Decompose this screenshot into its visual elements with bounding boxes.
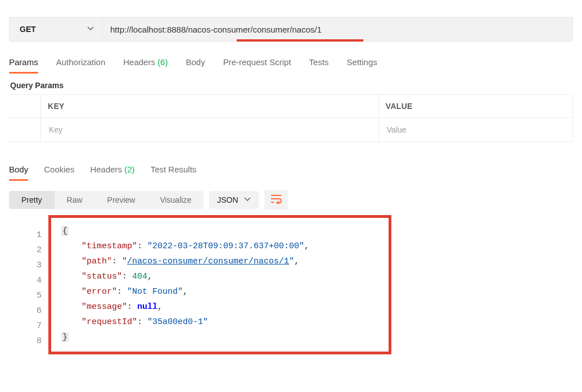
response-json[interactable]: { "timestamp": "2022-03-28T09:09:37.637+… [51,224,380,345]
view-mode-segment: Pretty Raw Preview Visualize [9,191,204,209]
svg-marker-2 [276,201,279,204]
resp-tab-body[interactable]: Body [9,163,28,180]
path-link[interactable]: /nacos-consumer/consumer/nacos/1 [127,257,289,266]
tab-tests[interactable]: Tests [309,56,329,72]
format-select[interactable]: JSON [209,191,258,209]
view-visualize[interactable]: Visualize [147,191,204,209]
query-params-title: Query Params [10,81,573,90]
resp-tab-headers[interactable]: Headers (2) [90,163,134,180]
col-key: KEY [40,95,379,117]
http-method-select[interactable]: GET [10,17,102,41]
http-method-label: GET [20,25,36,34]
tab-headers[interactable]: Headers (6) [123,56,168,72]
tab-authorization[interactable]: Authorization [56,56,106,72]
response-body-box: { "timestamp": "2022-03-28T09:09:37.637+… [48,215,391,354]
request-bar: GET [9,17,573,42]
format-label: JSON [217,195,238,204]
response-view-bar: Pretty Raw Preview Visualize JSON [9,190,573,209]
table-row [9,118,573,142]
chevron-down-icon [244,195,251,204]
resp-tab-cookies[interactable]: Cookies [44,163,74,180]
chevron-down-icon [87,25,94,34]
view-raw[interactable]: Raw [55,191,95,209]
tab-params[interactable]: Params [9,56,38,72]
param-value-input[interactable] [386,125,566,135]
view-pretty[interactable]: Pretty [9,191,55,209]
table-header-row: KEY VALUE [9,95,573,118]
param-key-input[interactable] [48,125,372,135]
line-gutter: 1 2 3 4 5 6 7 8 [25,227,42,349]
response-tabs: Body Cookies Headers (2) Test Results [9,163,573,180]
tab-body[interactable]: Body [186,56,205,72]
wrap-icon [270,193,282,206]
wrap-lines-button[interactable] [264,190,288,209]
view-preview[interactable]: Preview [95,191,148,209]
annotation-underline [237,39,363,42]
request-tabs: Params Authorization Headers (6) Body Pr… [9,56,573,73]
resp-tab-test-results[interactable]: Test Results [151,163,197,180]
tab-prerequest[interactable]: Pre-request Script [223,56,291,72]
tab-settings[interactable]: Settings [347,56,377,72]
url-input[interactable] [102,17,572,41]
col-value: VALUE [379,95,573,117]
query-params-table: KEY VALUE [9,94,573,142]
